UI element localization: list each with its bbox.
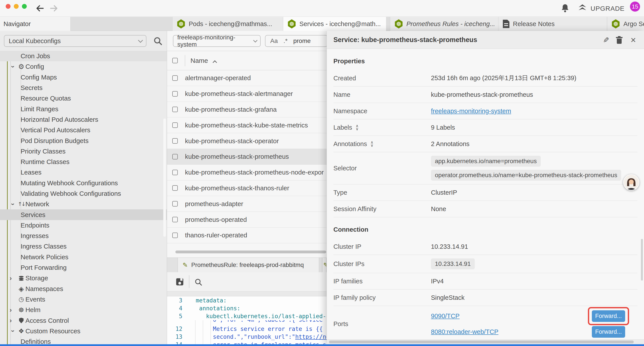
cluster-tab[interactable]: ☸ Release Notes <box>498 17 607 31</box>
sidebar-item[interactable]: Events <box>0 294 167 305</box>
sidebar-item[interactable]: Config Maps <box>0 72 167 82</box>
sidebar-scrollbar[interactable] <box>163 118 166 237</box>
sidebar-item[interactable]: Vertical Pod Autoscalers <box>0 125 167 135</box>
sidebar-item[interactable]: Validating Webhook Configurations <box>0 188 167 199</box>
sidebar-item[interactable]: Secrets <box>0 82 167 93</box>
value-chip[interactable]: 10.233.14.91 <box>431 258 475 269</box>
forward-button[interactable]: Forward... <box>592 310 625 322</box>
table-row[interactable]: alertmanager-operated <box>167 70 326 86</box>
sidebar-item[interactable]: Access Control <box>0 315 167 326</box>
window-close-icon[interactable] <box>6 4 10 9</box>
sidebar-search-icon[interactable] <box>153 36 163 46</box>
sidebar-item[interactable]: Port Forwarding <box>0 262 167 273</box>
detail-horizontal-scrollbar[interactable] <box>329 341 634 343</box>
table-row[interactable]: thanos-ruler-operated <box>167 228 326 243</box>
port-link[interactable]: 8080:reloader-web/TCP <box>431 328 498 336</box>
sidebar-item[interactable]: Config <box>0 61 167 72</box>
row-checkbox[interactable] <box>172 138 178 144</box>
sidebar-item[interactable]: Horizontal Pod Autoscalers <box>0 114 167 125</box>
sidebar-item[interactable]: Pod Disruption Budgets <box>0 135 167 146</box>
sidebar-item[interactable]: Services <box>0 209 167 220</box>
namespace-link[interactable]: freeleaps-monitoring-system <box>431 107 511 115</box>
value-chip[interactable]: app.kubernetes.io/name=prometheus <box>431 156 541 167</box>
chevron-down-icon[interactable] <box>10 63 17 70</box>
row-checkbox[interactable] <box>172 201 178 207</box>
chevron-right-icon[interactable] <box>10 275 17 282</box>
cluster-tab[interactable]: ☸ Argo Se <box>607 17 644 31</box>
notifications-bell-icon[interactable] <box>560 3 570 13</box>
editor-line[interactable]: 13 second.","runbook_url":"https://net <box>167 333 326 341</box>
window-minimize-icon[interactable] <box>14 4 19 9</box>
editor-line[interactable]: 12 Metrics service error rate is {{ $va <box>167 325 326 333</box>
row-checkbox[interactable] <box>172 154 178 159</box>
editor-search-icon[interactable] <box>194 278 202 286</box>
service-search-input[interactable]: Aa .* prome <box>265 35 328 47</box>
table-row[interactable]: kube-prometheus-stack-grafana <box>167 102 326 118</box>
sidebar-item[interactable]: Cron Jobs <box>0 51 167 61</box>
tab-close-icon[interactable]: × <box>386 20 386 28</box>
notification-count-badge[interactable]: 15 <box>630 1 640 11</box>
row-checkbox[interactable] <box>172 217 178 222</box>
back-arrow-icon[interactable] <box>35 3 45 13</box>
table-row[interactable]: kube-prometheus-stack-kube-state-metrics <box>167 117 326 133</box>
sidebar-item[interactable]: Endpoints <box>0 220 167 231</box>
port-link[interactable]: 9090/TCP <box>431 313 460 320</box>
delete-trash-icon[interactable] <box>614 35 624 45</box>
close-icon[interactable]: × <box>628 35 638 45</box>
row-checkbox[interactable] <box>172 170 178 175</box>
save-icon[interactable] <box>175 278 184 286</box>
cluster-tab[interactable]: ☸ Prometheus Rules - icecheng... <box>390 17 498 31</box>
table-horizontal-scrollbar[interactable] <box>175 251 326 253</box>
editor-line[interactable]: 5 kubectl.kubernetes.io/last-applied-co <box>167 312 326 320</box>
match-case-icon[interactable]: Aa <box>270 37 278 44</box>
table-row[interactable]: kube-prometheus-stack-alertmanager <box>167 86 326 102</box>
row-checkbox[interactable] <box>172 233 178 238</box>
row-checkbox[interactable] <box>172 185 178 191</box>
cluster-tab[interactable]: ☸ Services - icecheng@math... × <box>283 17 386 31</box>
yaml-editor[interactable]: 3 metadata: 4 annotations: 5 kubectl.kub… <box>167 297 326 345</box>
regex-icon[interactable]: .* <box>284 37 288 44</box>
upgrade-button[interactable]: UPGRADE <box>590 5 624 12</box>
name-column-header[interactable]: Name <box>190 57 208 64</box>
sidebar-item[interactable]: Custom Resources <box>0 326 167 336</box>
sidebar-item[interactable]: Limit Ranges <box>0 104 167 114</box>
select-all-checkbox[interactable] <box>172 58 178 63</box>
table-row[interactable]: kube-prometheus-stack-operator <box>167 133 326 149</box>
sort-ascending-icon[interactable] <box>212 60 217 65</box>
table-row[interactable]: kube-prometheus-stack-prometheus <box>167 149 326 165</box>
value-chip[interactable]: operator.prometheus.io/name=kube-prometh… <box>431 170 621 181</box>
chevron-right-icon[interactable] <box>10 306 17 314</box>
editor-line[interactable]: 0","for":"4m","labels":{"service": <box>167 320 326 325</box>
sidebar-item[interactable]: Network Policies <box>0 252 167 262</box>
assistant-avatar[interactable] <box>623 174 640 191</box>
sidebar-item[interactable]: Storage <box>0 273 167 283</box>
sidebar-item[interactable]: Runtime Classes <box>0 157 167 167</box>
navigator-panel-tab[interactable]: Navigator <box>0 17 70 31</box>
row-checkbox[interactable] <box>172 75 178 81</box>
sidebar-item[interactable]: Resource Quotas <box>0 93 167 104</box>
table-row[interactable]: prometheus-adapter <box>167 196 326 212</box>
chevron-down-icon[interactable] <box>10 201 17 207</box>
chevron-right-icon[interactable] <box>10 317 17 324</box>
forward-button[interactable]: Forward... <box>592 326 625 338</box>
row-checkbox[interactable] <box>172 122 178 128</box>
table-row[interactable]: prometheus-operated <box>167 212 326 228</box>
forward-arrow-icon[interactable] <box>49 3 59 13</box>
row-checkbox[interactable] <box>172 107 178 112</box>
sidebar-item[interactable]: Mutating Webhook Configurations <box>0 178 167 188</box>
chevron-down-icon[interactable] <box>10 328 17 335</box>
sidebar-item[interactable]: Helm <box>0 305 167 315</box>
edit-pencil-icon[interactable]: ✎ <box>601 35 611 45</box>
editor-line[interactable]: 3 metadata: <box>167 297 326 304</box>
sidebar-item[interactable]: Ingress Classes <box>0 241 167 252</box>
row-checkbox[interactable] <box>172 91 178 97</box>
table-row[interactable]: kube-prometheus-stack-prometheus-node-ex… <box>167 165 326 180</box>
sidebar-item[interactable]: Leases <box>0 167 167 178</box>
editor-tab[interactable]: ✎ PrometheusRule: freeleaps-prod-rabbitm… <box>178 258 319 272</box>
window-zoom-icon[interactable] <box>22 4 27 9</box>
sidebar-item[interactable]: Ingresses <box>0 231 167 241</box>
detail-vertical-scrollbar[interactable] <box>641 239 643 281</box>
sidebar-item[interactable]: Namespaces <box>0 284 167 294</box>
kubeconfig-select[interactable]: Local Kubeconfigs <box>4 35 146 47</box>
expand-toggle-icon[interactable] <box>370 141 373 147</box>
